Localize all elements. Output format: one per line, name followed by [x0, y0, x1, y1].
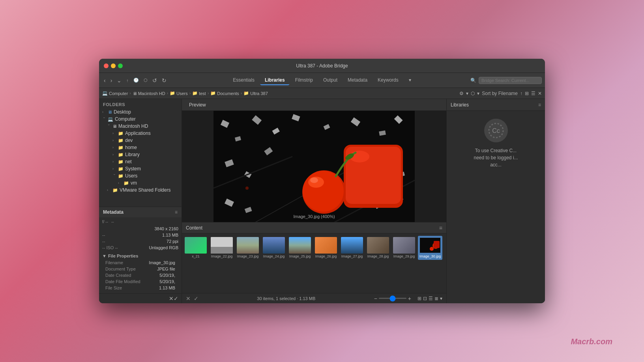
thumb-img29[interactable]: Image_29.jpg [392, 236, 416, 260]
metadata-confirm-button[interactable]: ✓ [174, 295, 178, 302]
file-props-header[interactable]: ▼ File Properties [102, 252, 178, 259]
tab-libraries[interactable]: Libraries [260, 76, 290, 85]
tab-metadata[interactable]: Metadata [343, 76, 372, 85]
nav-dropdown[interactable]: ⌄ [115, 77, 123, 84]
filter-tool[interactable]: ⚙ [459, 91, 464, 96]
thumb-img22-preview [211, 237, 233, 254]
breadcrumb-macintoshhd[interactable]: 🖥 Macintosh HD [133, 91, 165, 96]
grid-view2-button[interactable]: ⊡ [423, 296, 427, 301]
tab-essentials[interactable]: Essentials [228, 76, 259, 85]
sidebar-item-label: Desktop [114, 109, 131, 115]
tab-output[interactable]: Output [318, 76, 342, 85]
sidebar-item-net[interactable]: › 📁 net [99, 158, 182, 165]
close-button[interactable] [104, 63, 109, 68]
grid-view-button[interactable]: ⊞ [417, 296, 421, 301]
content-options-icon[interactable]: ≡ [439, 225, 442, 231]
status-confirm-button[interactable]: ✓ [194, 295, 198, 302]
sidebar-item-home[interactable]: › 📁 home [99, 144, 182, 151]
tab-more[interactable]: ▾ [404, 76, 416, 85]
desktop-folder-icon: 🖥 [108, 110, 112, 114]
tab-filmstrip[interactable]: Filmstrip [290, 76, 318, 85]
sidebar-item-label: Users [125, 173, 137, 179]
sidebar-item-system[interactable]: › 📁 System [99, 165, 182, 172]
thumb-img22[interactable]: Image_22.jpg [210, 236, 234, 260]
thumb-img30[interactable]: Image_30.jpg [418, 236, 442, 260]
tab-preview[interactable]: Preview [186, 101, 209, 109]
right-panel-menu[interactable]: ≡ [538, 102, 541, 108]
breadcrumb-test[interactable]: 📁 test [192, 91, 206, 96]
up-button[interactable]: ↑ [125, 77, 130, 84]
breadcrumb-users[interactable]: 📁 Users [170, 91, 188, 96]
zoom-in-button[interactable]: + [408, 295, 411, 302]
sidebar-item-computer[interactable]: › 💻 Computer [99, 116, 182, 123]
thumb-img23[interactable]: Image_23.jpg [236, 236, 260, 260]
breadcrumb-documents[interactable]: 📁 Documents [210, 91, 239, 96]
content-strip: Content ≡ x_21 [182, 222, 446, 293]
dash1: -- [111, 220, 114, 224]
rotate-right[interactable]: ↻ [160, 77, 168, 84]
view-btn-bc[interactable]: ☰ [531, 91, 535, 96]
recent-button[interactable]: 🕐 [132, 77, 140, 84]
sidebar-item-dev[interactable]: › 📁 dev [99, 137, 182, 144]
meta-row-color: -- ISO -- Untagged RGB [102, 244, 178, 251]
thumb-img24[interactable]: Image_24.jpg [262, 236, 286, 260]
thumb-img26[interactable]: Image_26.jpg [314, 236, 338, 260]
breadcrumb-computer[interactable]: 💻 Computer [102, 91, 128, 96]
sidebar-item-vm[interactable]: › 📁 vm [99, 179, 182, 187]
fp-label-filesize: File Size [105, 285, 122, 290]
thumb-img25[interactable]: Image_25.jpg [288, 236, 312, 260]
file-prop-doctype: Document Type JPEG file [102, 266, 178, 272]
rotate-left[interactable]: ↺ [151, 77, 159, 84]
meta-row-size: -- 1.13 MB [102, 232, 178, 238]
sidebar-item-applications[interactable]: › 📁 Applications [99, 130, 182, 137]
list-view-button[interactable]: ☰ [429, 296, 433, 301]
sidebar-item-label: VMware Shared Folders [120, 187, 170, 193]
sidebar-item-library[interactable]: › 📁 Library [99, 151, 182, 158]
breadcrumb-sep-4: › [208, 91, 209, 95]
thumb-img28[interactable]: Image_28.jpg [366, 236, 390, 260]
minimize-button[interactable] [111, 63, 116, 68]
delete-btn[interactable]: ✕ [538, 91, 542, 96]
workspace-tool[interactable]: ⬡ [471, 91, 475, 96]
sidebar-item-label: net [125, 159, 132, 164]
filter-btn[interactable]: ⊞ [525, 91, 529, 96]
cherry-scene [213, 111, 415, 222]
meta-ppi-label: -- [102, 239, 105, 244]
sidebar-item-macintoshhd[interactable]: › 🖥 Macintosh HD [99, 123, 182, 130]
search-input[interactable] [479, 77, 542, 84]
thumb-img27[interactable]: Image_27.jpg [340, 236, 364, 260]
tab-content[interactable]: Content [186, 225, 202, 231]
detail-view-button[interactable]: ≣ [434, 296, 438, 301]
chevron-icon: › [112, 138, 116, 142]
window-title: Ultra 387 - Adobe Bridge [296, 63, 348, 69]
fp-label-filename: Filename [105, 260, 123, 265]
main-layout: Folders › 🖥 Desktop › 💻 Computer › 🖥 Mac… [99, 99, 545, 303]
sidebar-item-desktop[interactable]: › 🖥 Desktop [99, 108, 182, 116]
zoom-slider[interactable] [379, 298, 406, 299]
sort-order[interactable]: ↑ [520, 91, 522, 96]
reveal-button[interactable]: ⬡ [142, 77, 149, 84]
metadata-cancel-button[interactable]: ✕ [169, 295, 174, 302]
fp-value-doctype: JPEG file [157, 267, 175, 271]
workspace-dropdown[interactable]: ▾ [477, 91, 479, 96]
metadata-header[interactable]: Metadata ≡ [99, 207, 182, 217]
sidebar-item-vmware[interactable]: › 📁 VMware Shared Folders [99, 187, 182, 194]
preview-image [213, 111, 415, 222]
sidebar-item-label: Applications [125, 131, 151, 136]
forward-button[interactable]: › [109, 77, 114, 84]
thumb-img21[interactable]: x_21 [183, 236, 208, 260]
maximize-button[interactable] [118, 63, 123, 68]
view-more-button[interactable]: ▾ [440, 296, 442, 301]
view-buttons: ⊞ ⊡ ☰ ≣ ▾ [417, 296, 442, 301]
sort-label[interactable]: Sort by Filename [482, 91, 518, 96]
meta-color-value: Untagged RGB [149, 245, 178, 250]
breadcrumb-ultra387[interactable]: 📁 Ultra 387 [243, 91, 268, 96]
zoom-out-button[interactable]: − [374, 295, 377, 302]
tab-keywords[interactable]: Keywords [373, 76, 403, 85]
back-button[interactable]: ‹ [102, 77, 107, 84]
status-text: 30 items, 1 selected · 1.13 MB [202, 296, 371, 301]
filter-tool2[interactable]: ▾ [466, 91, 468, 96]
status-cancel-button[interactable]: ✕ [186, 295, 191, 302]
sidebar-item-users[interactable]: › 📁 Users [99, 172, 182, 179]
thumb-img24-label: Image_24.jpg [263, 254, 285, 259]
